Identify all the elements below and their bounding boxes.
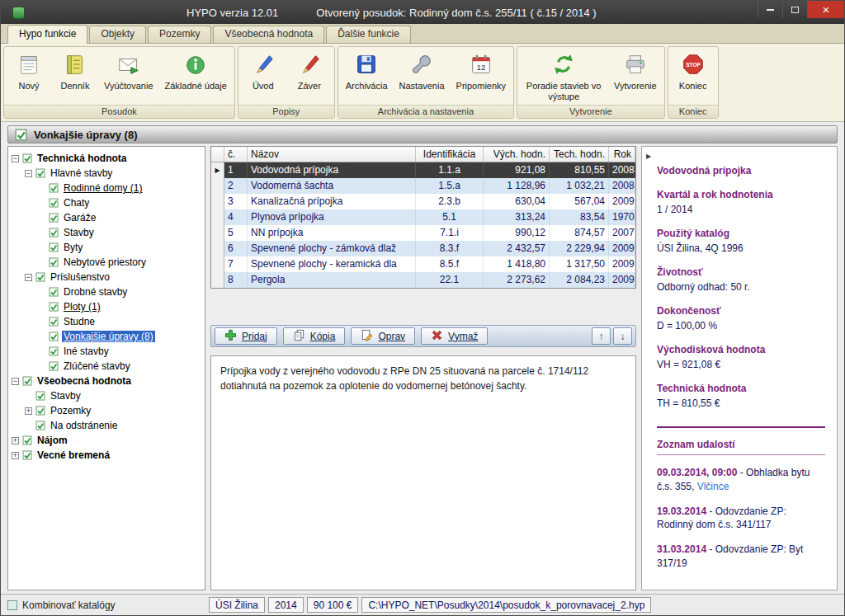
detail-label: Životnosť xyxy=(657,266,828,278)
tree-item-rodinne-domy-1[interactable]: Rodinné domy (1) xyxy=(10,181,203,195)
tab-objekty[interactable]: Objekty xyxy=(89,26,146,43)
tree-item-zlucene-stavby[interactable]: Zlúčené stavby xyxy=(10,359,203,374)
vytvorenie-button[interactable]: Vytvorenie xyxy=(609,49,662,103)
tree-item-studne[interactable]: Studne xyxy=(10,314,203,329)
expand-icon[interactable]: + xyxy=(12,437,19,444)
row-gutter xyxy=(211,256,224,272)
tree-item-label: Byty xyxy=(62,242,84,253)
tree-item-prislusenstvo[interactable]: −Príslušenstvo xyxy=(10,270,203,284)
tree-item-label: Stavby xyxy=(62,227,96,238)
cell: 630,04 xyxy=(484,194,550,209)
uvod-button[interactable]: Úvod xyxy=(241,49,286,103)
expand-icon[interactable]: + xyxy=(12,452,19,459)
cell: 567,04 xyxy=(550,194,609,209)
tree-item-drobne-stavby[interactable]: Drobné stavby xyxy=(10,284,203,299)
table-row[interactable]: 3Kanalizačná prípojka2.3.b630,04567,0420… xyxy=(211,194,635,209)
detail-label: Východisková hodnota xyxy=(657,344,828,355)
collapse-icon[interactable]: − xyxy=(25,170,32,177)
koniec-button[interactable]: STOP Koniec xyxy=(671,49,715,103)
tree-item-ine-stavby[interactable]: Iné stavby xyxy=(10,344,203,359)
cell: 1 317,50 xyxy=(550,256,609,272)
tree-item-label: Pozemky xyxy=(49,405,92,416)
detail-value: D = 100,00 % xyxy=(657,320,828,332)
titlebar: HYPO verzia 12.01 Otvorený posudok: Rodi… xyxy=(1,1,844,24)
tree-item-nebytove-priestory[interactable]: Nebytové priestory xyxy=(10,255,203,270)
tab-hypo-funkcie[interactable]: Hypo funkcie xyxy=(7,25,87,44)
vyuctovanie-button[interactable]: Vyúčtovanie xyxy=(99,49,158,103)
tab-vseobecna-hodnota[interactable]: Všeobecná hodnota xyxy=(213,26,324,43)
cell: 2 432,57 xyxy=(484,241,550,256)
column-header-c[interactable]: č. xyxy=(224,147,248,162)
cell: 2007 xyxy=(609,225,635,241)
tree-item-stavby[interactable]: Stavby xyxy=(10,225,203,240)
tree-item-ploty-1[interactable]: Ploty (1) xyxy=(10,299,203,314)
dennik-button[interactable]: Denník xyxy=(53,49,97,103)
vymaz-button[interactable]: Vymaž xyxy=(421,327,488,345)
close-button[interactable]: × xyxy=(807,1,844,18)
column-header-identifikacia[interactable]: Identifikácia xyxy=(416,147,484,162)
tree-item-chaty[interactable]: Chaty xyxy=(10,195,203,210)
column-header-tech-hodn[interactable]: Tech. hodn. xyxy=(550,147,609,162)
archivacia-button[interactable]: Archivácia xyxy=(341,49,393,103)
column-header-nazov[interactable]: Názov xyxy=(248,147,416,162)
event-link[interactable]: Vlčince xyxy=(694,481,729,492)
tree-item-vecne-bremena[interactable]: +Vecné bremená xyxy=(10,448,203,463)
description-textarea[interactable]: Prípojka vody z verejného vodovodu z RPe… xyxy=(210,355,636,590)
table-row[interactable]: 4Plynová prípojka5.1313,2483,541970 xyxy=(211,209,635,225)
tree-item-hlavne-stavby[interactable]: −Hlavné stavby xyxy=(10,166,203,181)
tree-item-garaze[interactable]: Garáže xyxy=(10,210,203,225)
tree-node-icon xyxy=(22,376,32,386)
table-row[interactable]: 8Pergola22.12 273,622 084,232009 xyxy=(211,272,635,288)
cell: 990,12 xyxy=(484,225,550,241)
pridaj-button[interactable]: Pridaj xyxy=(215,327,277,345)
action-bar: Pridaj Kópia Oprav Vymaž ↑ ↓ xyxy=(210,325,636,347)
table-row[interactable]: ▶1Vodovodná prípojka1.1.a921,08810,55200… xyxy=(211,162,635,178)
collapse-arrow-icon[interactable]: ▶ xyxy=(646,153,651,160)
maximize-button[interactable] xyxy=(782,1,807,18)
tree-node-icon xyxy=(49,213,59,223)
zakladne-udaje-button[interactable]: Základné údaje xyxy=(160,49,232,103)
tab-dalsie-funkcie[interactable]: Ďalšie funkcie xyxy=(326,26,411,43)
cell: 2 273,62 xyxy=(484,272,550,288)
move-down-button[interactable]: ↓ xyxy=(613,327,632,345)
oprav-button[interactable]: Oprav xyxy=(351,327,415,345)
zaver-button[interactable]: Záver xyxy=(287,49,332,103)
tab-pozemky[interactable]: Pozemky xyxy=(148,26,211,43)
tree-item-stavby[interactable]: Stavby xyxy=(10,388,203,403)
tree-item-byty[interactable]: Byty xyxy=(10,240,203,255)
printer-icon xyxy=(623,52,648,78)
detail-value: VH = 921,08 € xyxy=(657,359,828,370)
ribbon-group-label: Vytvorenie xyxy=(517,105,664,118)
tree-item-vseobecna-hodnota[interactable]: −Všeobecná hodnota xyxy=(10,374,203,388)
tree-item-najom[interactable]: +Nájom xyxy=(10,433,203,448)
pripomienky-button[interactable]: 12 Pripomienky xyxy=(451,49,512,103)
column-header-vych-hodn[interactable]: Vých. hodn. xyxy=(484,147,550,162)
combine-catalogs-checkbox[interactable] xyxy=(7,600,17,610)
expand-icon[interactable]: + xyxy=(25,407,32,415)
table-row[interactable]: 7Spevnené plochy - keramická dla8.5.f1 4… xyxy=(211,256,635,272)
novy-button[interactable]: Nový xyxy=(7,49,51,103)
tree-item-na-odstranenie[interactable]: Na odstránenie xyxy=(10,418,203,433)
move-up-button[interactable]: ↑ xyxy=(592,327,611,345)
table-row[interactable]: 5NN prípojka7.1.i990,12874,572007 xyxy=(211,225,635,241)
minimize-button[interactable] xyxy=(758,1,782,18)
nastavenia-button[interactable]: Nastavenia xyxy=(394,49,450,103)
tree-node-icon xyxy=(35,406,45,416)
detail-value: Odborný odhad: 50 r. xyxy=(657,281,828,293)
table-row[interactable]: 6Spevnené plochy - zámková dlaž8.3.f2 43… xyxy=(211,241,635,256)
status-catalog: ÚSI Žilina xyxy=(209,597,265,613)
collapse-icon[interactable]: − xyxy=(25,274,32,281)
combine-catalogs-label: Kombinovať katalógy xyxy=(22,600,116,611)
kopia-button[interactable]: Kópia xyxy=(283,327,346,345)
tree-item-vonkajsie-upravy-8[interactable]: Vonkajšie úpravy (8) xyxy=(10,329,203,344)
tree-item-pozemky[interactable]: +Pozemky xyxy=(10,403,203,418)
column-header-rok[interactable]: Rok xyxy=(609,147,635,162)
tree-item-technicka-hodnota[interactable]: −Technická hodnota xyxy=(10,151,203,166)
collapse-icon[interactable]: − xyxy=(12,378,19,385)
poradie-stavieb-button[interactable]: Poradie stavieb vo výstupe xyxy=(520,49,607,103)
cell: Spevnené plochy - zámková dlaž xyxy=(248,241,416,256)
section-icon xyxy=(15,129,27,141)
table-row[interactable]: 2Vodomerná šachta1.5.a1 128,961 032,2120… xyxy=(211,178,635,194)
collapse-icon[interactable]: − xyxy=(12,155,19,162)
tree-node-icon xyxy=(49,317,59,327)
